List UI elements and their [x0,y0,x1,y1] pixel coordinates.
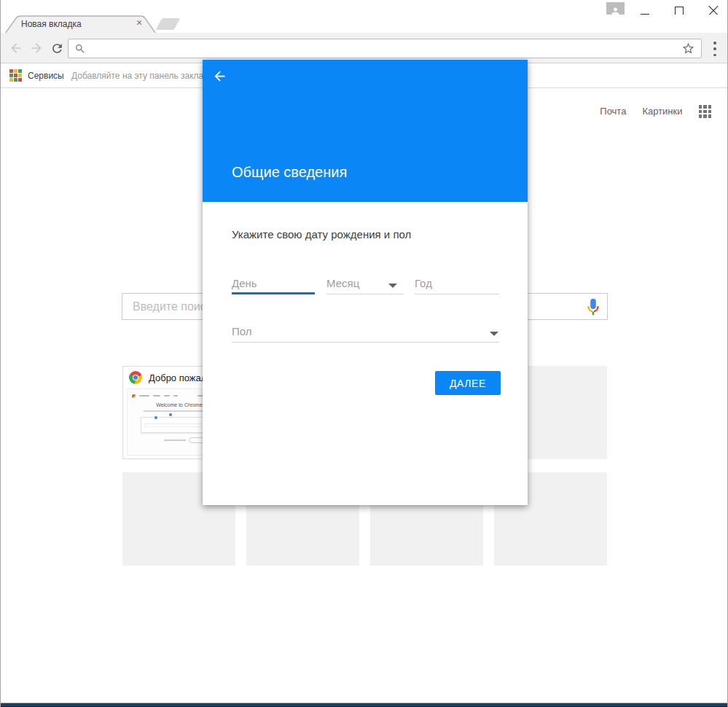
star-icon [681,42,695,55]
google-apps-button[interactable] [699,105,712,118]
year-label: Год [415,277,432,289]
gender-dropdown[interactable]: Пол [232,323,499,343]
microphone-icon [584,297,602,319]
tab-title: Новая вкладка [21,19,82,29]
mail-link[interactable]: Почта [600,106,626,117]
month-dropdown[interactable]: Месяц [326,275,404,294]
dialog-back-button[interactable] [211,67,228,85]
chrome-logo-icon [129,371,142,384]
dialog-header: Общие сведения [203,60,528,202]
reload-icon [50,42,64,55]
navigation-toolbar [1,33,727,63]
dialog-title: Общие сведения [232,164,347,181]
voice-search-button[interactable] [584,297,602,319]
search-icon [74,43,86,55]
chevron-down-icon [490,332,498,336]
year-field[interactable]: Год [415,275,499,294]
day-field[interactable]: День [232,275,315,294]
reload-button[interactable] [47,39,66,58]
apps-grid-colored-icon [9,69,22,82]
back-icon [9,41,23,55]
gender-label: Пол [232,325,252,337]
dialog-prompt: Укажите свою дату рождения и пол [232,228,411,241]
next-button[interactable]: ДАЛЕЕ [435,371,501,395]
day-label: День [232,277,257,289]
address-input[interactable] [92,40,668,57]
images-link[interactable]: Картинки [642,106,682,117]
new-tab-button[interactable] [156,18,181,30]
bookmark-star-button[interactable] [681,42,695,55]
chrome-menu-button[interactable] [711,42,719,56]
tab-close-button[interactable]: × [133,17,145,28]
apps-shortcut[interactable] [9,69,22,82]
bookmarks-hint-text: Добавляйте на эту панель закладки [71,71,217,81]
apps-grid-icon [699,105,712,118]
omnibox[interactable] [68,39,702,58]
tab-strip: Новая вкладка × [1,15,727,33]
forward-icon [29,41,44,55]
chevron-down-icon [388,284,397,288]
services-bookmark[interactable]: Сервисы [28,71,64,81]
window-bottom-border [1,703,727,707]
signup-dialog: Общие сведения Укажите свою дату рождени… [203,60,528,505]
browser-window: Новая вкладка × [0,0,728,707]
mini-chrome-logo-icon [132,394,136,398]
month-label: Месяц [326,277,359,289]
arrow-left-icon [212,69,227,84]
forward-button[interactable] [27,39,46,58]
back-button[interactable] [7,39,26,58]
